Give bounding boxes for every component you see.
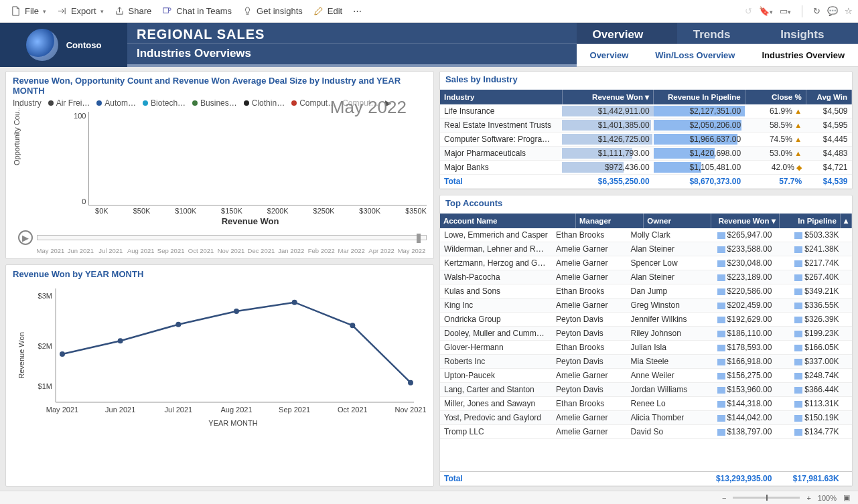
get-insights-button[interactable]: Get insights [237, 3, 308, 19]
line-visual[interactable]: Revenue Won by YEAR MONTH Revenue Won $3… [5, 264, 434, 487]
comment-icon[interactable]: 💬 [827, 6, 838, 16]
svg-text:Nov 2021: Nov 2021 [395, 406, 426, 414]
chat-teams-button[interactable]: Chat in Teams [157, 3, 237, 19]
sales-by-industry-visual[interactable]: Sales by Industry Industry Revenue Won ▾… [439, 71, 853, 189]
table-row[interactable]: Life Insurance$1,442,911.00$2,127,351.00… [440, 104, 852, 118]
zoom-out-button[interactable]: − [722, 494, 726, 502]
report-title: REGIONAL SALES [127, 23, 577, 44]
table-row[interactable]: Miller, Jones and SawaynEthan BrooksRene… [440, 397, 852, 411]
table-row[interactable]: Kulas and SonsEthan BrooksDan Jump$220,5… [440, 284, 852, 299]
table-row[interactable]: Wilderman, Lehner and RunteAmelie Garner… [440, 242, 852, 256]
view-mode-icon[interactable]: ▭▾ [780, 6, 791, 16]
trend-up-icon: ▲ [794, 107, 802, 115]
svg-text:Jul 2021: Jul 2021 [165, 406, 193, 414]
play-axis-watermark: May 2022 [330, 97, 407, 118]
zoom-level: 100% [818, 494, 837, 502]
table-row[interactable]: Dooley, Muller and CummerataPeyton Davis… [440, 327, 852, 341]
top-accounts-visual[interactable]: Top Accounts Account Name Manager Owner … [439, 195, 853, 487]
sub-nav: Overview Win/Loss Overview Industries Ov… [577, 44, 858, 67]
table-row[interactable]: Yost, Predovic and GaylordAmelie GarnerA… [440, 411, 852, 425]
trend-up-icon: ▲ [794, 149, 802, 157]
edit-button[interactable]: Edit [308, 3, 348, 19]
table-row[interactable]: Upton-PaucekAmelie GarnerAnne Weiler$156… [440, 369, 852, 383]
scatter-title: Revenue Won, Opportunity Count and Reven… [13, 76, 427, 96]
favorite-icon[interactable]: ☆ [845, 6, 853, 16]
chevron-down-icon: ▾ [43, 8, 46, 15]
play-axis-button[interactable]: ▶ [18, 230, 33, 245]
svg-text:$2M: $2M [38, 342, 52, 350]
scatter-plot-area [88, 112, 427, 205]
svg-text:$1M: $1M [38, 382, 52, 390]
svg-point-8 [118, 338, 123, 343]
brand-logo: Contoso [0, 23, 127, 67]
table-row[interactable]: Computer Software: Progra…$1,426,725.00$… [440, 133, 852, 147]
table-row[interactable]: King IncAmelie GarnerGreg Winston$202,45… [440, 299, 852, 313]
table-row[interactable]: Real Estate Investment Trusts$1,401,385.… [440, 118, 852, 133]
svg-point-11 [292, 300, 297, 305]
table-row[interactable]: Kertzmann, Herzog and GerholdAmelie Garn… [440, 256, 852, 270]
sort-down-icon[interactable]: ▾ [645, 93, 649, 101]
zoom-in-button[interactable]: + [806, 494, 810, 502]
pencil-icon [313, 6, 324, 16]
chevron-down-icon: ▾ [100, 8, 104, 15]
table-row[interactable]: Lowe, Emmerich and CasperEthan BrooksMol… [440, 228, 852, 242]
bookmark-icon[interactable]: 🔖▾ [759, 6, 773, 16]
file-icon [11, 6, 21, 16]
table-row[interactable]: Walsh-PacochaAmelie GarnerAlan Steiner$2… [440, 270, 852, 284]
svg-text:$3M: $3M [38, 292, 52, 300]
scatter-visual[interactable]: Revenue Won, Opportunity Count and Reven… [5, 71, 434, 259]
scroll-up-icon[interactable]: ▴ [840, 214, 851, 228]
sort-down-icon[interactable]: ▾ [772, 217, 776, 225]
share-button[interactable]: Share [109, 3, 157, 19]
logo-icon [26, 29, 58, 61]
table-row[interactable]: Major Pharmaceuticals$1,111,793.00$1,420… [440, 147, 852, 161]
tab-insights[interactable]: Insights [764, 23, 858, 44]
table-row[interactable]: Ondricka GroupPeyton DavisJennifer Wilki… [440, 313, 852, 327]
report-subtitle: Industries Overviews [127, 44, 577, 67]
app-toolbar: File▾ Export▾ Share Chat in Teams Get in… [0, 0, 858, 23]
teams-icon [162, 6, 172, 16]
subtab-winloss[interactable]: Win/Loss Overview [642, 46, 748, 64]
svg-point-9 [175, 322, 181, 327]
lightbulb-icon [242, 6, 253, 16]
export-icon [57, 6, 67, 16]
table-row[interactable]: Roberts IncPeyton DavisMia Steele$166,91… [440, 355, 852, 369]
svg-point-12 [350, 323, 355, 328]
tab-overview[interactable]: Overview [577, 23, 677, 44]
report-header: Contoso REGIONAL SALES Overview Trends I… [0, 23, 858, 67]
line-y-label: Revenue Won [17, 332, 25, 379]
trend-warning-icon: ◆ [796, 163, 802, 171]
svg-text:May 2021: May 2021 [46, 406, 78, 414]
svg-text:YEAR MONTH: YEAR MONTH [208, 419, 257, 427]
svg-point-10 [234, 309, 239, 314]
svg-point-1 [169, 8, 171, 11]
file-menu[interactable]: File▾ [5, 3, 52, 19]
subtab-industries[interactable]: Industries Overview [748, 46, 858, 64]
zoom-slider[interactable] [733, 497, 800, 499]
svg-text:Oct 2021: Oct 2021 [338, 406, 368, 414]
scatter-x-title: Revenue Won [74, 216, 427, 226]
table-row[interactable]: Glover-HermannEthan BrooksJulian Isla$17… [440, 341, 852, 355]
subtab-overview[interactable]: Overview [577, 46, 642, 64]
top-accounts-title: Top Accounts [440, 195, 852, 211]
scatter-y-label: Opportunity Cou… [13, 104, 21, 165]
sales-by-industry-title: Sales by Industry [440, 72, 852, 87]
reset-icon[interactable]: ↺ [745, 6, 752, 16]
status-bar: − + 100% ▣ [0, 491, 858, 504]
svg-point-13 [408, 380, 413, 386]
play-axis-slider[interactable] [37, 235, 427, 240]
table-row[interactable]: Lang, Carter and StantonPeyton DavisJord… [440, 383, 852, 397]
table-row[interactable]: Tromp LLCAmelie GarnerDavid So$138,797.0… [440, 425, 852, 439]
report-canvas: Revenue Won, Opportunity Count and Reven… [0, 67, 858, 491]
line-title: Revenue Won by YEAR MONTH [13, 269, 427, 279]
export-menu[interactable]: Export▾ [52, 3, 109, 19]
refresh-icon[interactable]: ↻ [813, 6, 820, 16]
share-icon [115, 6, 125, 16]
fit-page-icon[interactable]: ▣ [843, 493, 850, 502]
svg-point-7 [60, 351, 65, 357]
table-row[interactable]: Major Banks$972,436.00$1,105,481.0042.0%… [440, 161, 852, 175]
tab-trends[interactable]: Trends [677, 23, 764, 44]
more-menu[interactable]: ⋯ [348, 3, 367, 19]
svg-text:Aug 2021: Aug 2021 [220, 406, 252, 414]
svg-text:Sep 2021: Sep 2021 [279, 406, 310, 414]
